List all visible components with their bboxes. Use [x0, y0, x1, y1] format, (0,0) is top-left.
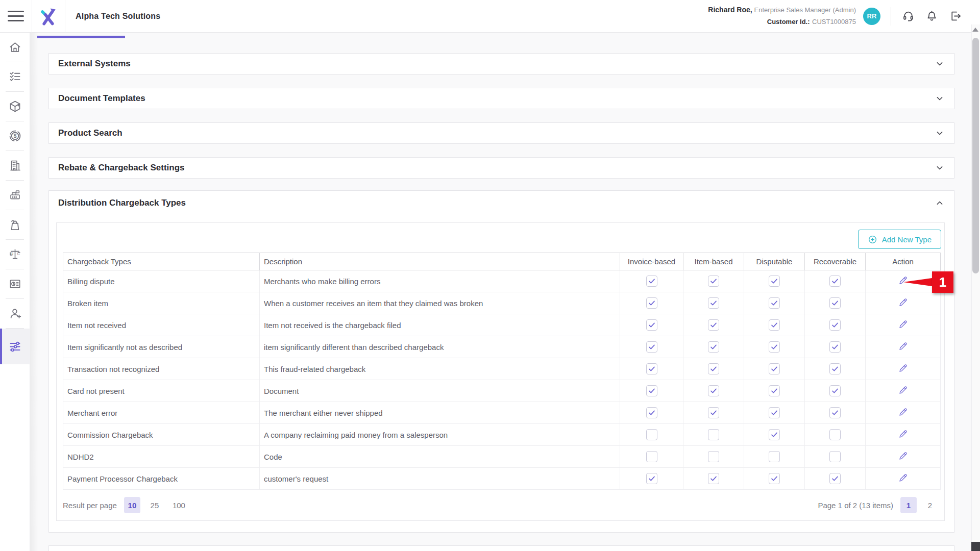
page-size-10[interactable]: 10 — [124, 497, 140, 513]
checkbox-disputable-checked[interactable] — [769, 341, 780, 353]
checkbox-recoverable-checked[interactable] — [829, 385, 841, 396]
checkbox-disputable-checked[interactable] — [769, 473, 780, 484]
support-button[interactable] — [896, 5, 920, 28]
checkbox-recoverable-unchecked[interactable] — [829, 451, 841, 462]
accordion-header-distribution-chargeback-types[interactable]: Distribution Chargeback Types — [49, 191, 954, 215]
checkbox-disputable-unchecked[interactable] — [769, 451, 780, 462]
chevron-down-icon — [935, 93, 945, 104]
annotation-badge-1: 1 — [932, 271, 953, 293]
sidebar-item-pos[interactable] — [0, 181, 30, 210]
hamburger-menu-button[interactable] — [0, 0, 32, 33]
sidebar-item-reports[interactable] — [0, 269, 30, 298]
add-new-type-button[interactable]: Add New Type — [858, 230, 941, 249]
checkbox-item-based-checked[interactable] — [708, 297, 719, 309]
checkbox-invoice-based-checked[interactable] — [646, 385, 657, 396]
edit-button[interactable] — [898, 450, 909, 463]
item-based-cell — [683, 314, 744, 336]
accordion-product-search[interactable]: Product Search — [48, 122, 954, 144]
checkbox-disputable-checked[interactable] — [769, 276, 780, 287]
checkbox-invoice-based-checked[interactable] — [646, 341, 657, 353]
action-cell — [866, 380, 941, 402]
checkbox-invoice-based-unchecked[interactable] — [646, 451, 657, 462]
checkbox-invoice-based-checked[interactable] — [646, 473, 657, 484]
svg-text:C: C — [17, 252, 19, 256]
disputable-cell — [744, 380, 805, 402]
page-size-100[interactable]: 100 — [169, 497, 189, 513]
edit-button[interactable] — [898, 407, 909, 419]
edit-button[interactable] — [898, 429, 909, 441]
edit-button[interactable] — [898, 341, 909, 353]
sidebar-item-pricing[interactable]: $ — [0, 121, 30, 151]
table-row: Merchant errorThe merchant either never … — [63, 402, 941, 424]
page-title: Alpha Tech Solutions — [76, 12, 160, 21]
checkbox-recoverable-checked[interactable] — [829, 319, 841, 331]
chevron-down-icon — [935, 59, 945, 69]
checkbox-recoverable-checked[interactable] — [829, 341, 841, 353]
checkbox-item-based-checked[interactable] — [708, 341, 719, 353]
disputable-cell — [744, 336, 805, 358]
checkbox-item-based-checked[interactable] — [708, 363, 719, 374]
accordion-rebate-chargeback-settings[interactable]: Rebate & Chargeback Settings — [48, 157, 954, 179]
package-icon — [8, 99, 22, 113]
sidebar-item-home[interactable] — [0, 33, 30, 62]
edit-button[interactable] — [898, 385, 909, 397]
sidebar-item-company[interactable] — [0, 151, 30, 180]
edit-button[interactable] — [898, 363, 909, 375]
checkbox-invoice-based-checked[interactable] — [646, 363, 657, 374]
checkbox-disputable-checked[interactable] — [769, 385, 780, 396]
page-number-2[interactable]: 2 — [922, 497, 938, 513]
checkbox-item-based-checked[interactable] — [708, 407, 719, 418]
sidebar-item-add-user[interactable] — [0, 299, 30, 328]
edit-button[interactable] — [898, 319, 909, 331]
table-row: Commission ChargebackA company reclaimin… — [63, 424, 941, 446]
avatar[interactable]: RR — [863, 8, 880, 25]
checkbox-item-based-unchecked[interactable] — [708, 429, 719, 440]
notifications-button[interactable] — [920, 5, 943, 28]
item-based-cell — [683, 446, 744, 468]
checkbox-item-based-unchecked[interactable] — [708, 451, 719, 462]
logout-button[interactable] — [943, 5, 967, 28]
sidebar-item-settings[interactable] — [0, 329, 30, 364]
sidebar-item-tasks[interactable] — [0, 62, 30, 91]
page-number-1[interactable]: 1 — [900, 497, 917, 513]
scrollbar-thumb[interactable] — [972, 38, 979, 273]
checkbox-item-based-checked[interactable] — [708, 276, 719, 287]
sidebar-item-purchases[interactable] — [0, 210, 30, 239]
table-row: Broken itemWhen a customer receives an i… — [63, 292, 941, 314]
checkbox-invoice-based-checked[interactable] — [646, 297, 657, 309]
sidebar-item-products[interactable] — [0, 92, 30, 121]
accordion-external-systems[interactable]: External Systems — [48, 53, 954, 74]
scrollbar-bottom-button[interactable] — [971, 542, 980, 551]
pencil-icon — [898, 323, 909, 331]
checkbox-item-based-checked[interactable] — [708, 385, 719, 396]
checkbox-invoice-based-checked[interactable] — [646, 407, 657, 418]
checkbox-disputable-checked[interactable] — [769, 319, 780, 331]
checkbox-disputable-checked[interactable] — [769, 429, 780, 440]
edit-button[interactable] — [898, 472, 909, 485]
checkbox-recoverable-unchecked[interactable] — [829, 429, 841, 440]
checkbox-disputable-checked[interactable] — [769, 297, 780, 309]
checkbox-recoverable-checked[interactable] — [829, 363, 841, 374]
checkbox-recoverable-checked[interactable] — [829, 407, 841, 418]
sidebar-item-debit-credit[interactable]: DC — [0, 240, 30, 269]
checkbox-invoice-based-checked[interactable] — [646, 319, 657, 331]
checkbox-recoverable-checked[interactable] — [829, 473, 841, 484]
scrollbar-up-arrow[interactable] — [972, 28, 978, 32]
action-cell — [866, 358, 941, 380]
invoice-based-cell — [620, 380, 683, 402]
accordion-document-templates[interactable]: Document Templates — [48, 88, 954, 109]
checkbox-invoice-based-checked[interactable] — [646, 276, 657, 287]
page-size-25[interactable]: 25 — [146, 497, 163, 513]
checkbox-recoverable-checked[interactable] — [829, 276, 841, 287]
app-logo[interactable] — [32, 0, 65, 33]
description-cell: The merchant either never shipped — [260, 402, 620, 424]
edit-button[interactable] — [898, 297, 909, 309]
checkbox-disputable-checked[interactable] — [769, 407, 780, 418]
checkbox-disputable-checked[interactable] — [769, 363, 780, 374]
checkbox-recoverable-checked[interactable] — [829, 297, 841, 309]
disputable-cell — [744, 446, 805, 468]
checkbox-invoice-based-unchecked[interactable] — [646, 429, 657, 440]
checkbox-item-based-checked[interactable] — [708, 319, 719, 331]
checkbox-item-based-checked[interactable] — [708, 473, 719, 484]
svg-text:D: D — [10, 252, 13, 256]
